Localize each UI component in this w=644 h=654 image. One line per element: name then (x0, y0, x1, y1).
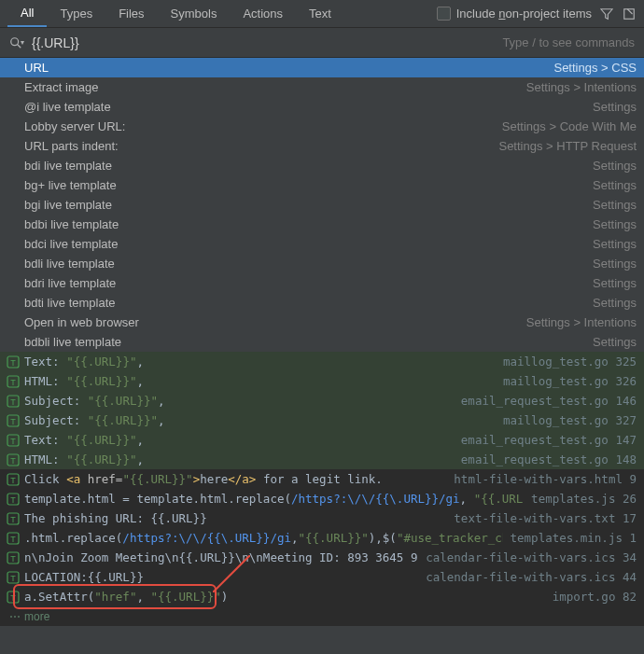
code-snippet: HTML: "{{.URL}}", (24, 374, 496, 388)
filter-icon[interactable] (599, 7, 614, 21)
svg-text:T: T (10, 573, 16, 582)
code-snippet: HTML: "{{.URL}}", (24, 452, 454, 466)
settings-result-row[interactable]: Extract imageSettings > Intentions (0, 77, 644, 97)
include-nonproject-checkbox[interactable]: Include non-project items (437, 7, 592, 21)
search-hint: Type / to see commands (502, 35, 635, 49)
text-file-icon: T (6, 511, 21, 526)
settings-result-row[interactable]: bdbi live templateSettings (0, 215, 644, 234)
result-label: bdi live template (24, 159, 112, 173)
settings-result-row[interactable]: bdri live templateSettings (0, 273, 644, 293)
settings-result-row[interactable]: URLSettings > CSS (0, 58, 644, 77)
code-results-list: TText: "{{.URL}}",maillog_test.go 325THT… (0, 352, 644, 606)
settings-result-row[interactable]: bg+ live templateSettings (0, 175, 644, 195)
code-snippet: Subject: "{{.URL}}", (24, 413, 496, 427)
result-location: Settings (593, 276, 637, 290)
tab-all[interactable]: All (7, 0, 47, 27)
code-location: templates.js 26 (524, 492, 637, 506)
code-location: email_request_test.go 148 (454, 452, 637, 466)
svg-text:T: T (10, 357, 16, 367)
tab-symbols[interactable]: Symbols (158, 1, 231, 26)
search-input[interactable] (32, 35, 495, 50)
text-file-icon: T (6, 550, 21, 565)
svg-text:T: T (10, 534, 16, 543)
code-result-row[interactable]: T n\nJoin Zoom Meeting\n{{.URL}}\n\nMeet… (0, 548, 644, 567)
settings-result-row[interactable]: @i live templateSettings (0, 97, 644, 117)
code-snippet: template.html = template.html.replace(/h… (24, 492, 524, 506)
settings-result-row[interactable]: Open in web browserSettings > Intentions (0, 313, 644, 332)
code-result-row[interactable]: TText: "{{.URL}}",maillog_test.go 325 (0, 352, 644, 371)
settings-result-row[interactable]: URL parts indent:Settings > HTTP Request (0, 136, 644, 156)
result-location: Settings > Intentions (526, 315, 637, 329)
code-location: calendar-file-with-vars.ics 34 (418, 550, 637, 564)
code-location: templates.min.js 1 (503, 531, 637, 545)
svg-text:T: T (10, 553, 16, 563)
result-label: bdci live template (24, 237, 118, 251)
settings-results-list: URLSettings > CSSExtract imageSettings >… (0, 58, 644, 352)
settings-result-row[interactable]: bgi live templateSettings (0, 195, 644, 215)
result-label: URL (24, 61, 49, 75)
code-result-row[interactable]: THTML: "{{.URL}}",maillog_test.go 326 (0, 371, 644, 391)
text-file-icon: T (6, 472, 21, 487)
code-result-row[interactable]: TSubject: "{{.URL}}",email_request_test.… (0, 391, 644, 410)
result-label: Open in web browser (24, 315, 139, 329)
svg-text:T: T (10, 377, 16, 386)
code-result-row[interactable]: TThe phishing URL: {{.URL}}text-file-wit… (0, 508, 644, 528)
checkbox-icon (437, 7, 451, 21)
tab-types[interactable]: Types (47, 1, 105, 26)
result-location: Settings (593, 237, 637, 251)
code-snippet: Subject: "{{.URL}}", (24, 394, 454, 408)
more-icon: ⋯ (9, 610, 21, 623)
result-location: Settings > Intentions (526, 80, 637, 94)
settings-result-row[interactable]: bdi live templateSettings (0, 156, 644, 175)
code-result-row[interactable]: T.html.replace(/https?:\/\/{{\.URL}}/gi,… (0, 528, 644, 548)
code-location: import.go 82 (545, 590, 637, 604)
result-location: Settings (593, 257, 637, 271)
search-tabs: All Types Files Symbols Actions Text Inc… (0, 0, 644, 28)
code-snippet: Text: "{{.URL}}", (24, 355, 496, 369)
text-file-icon: T (6, 355, 21, 369)
result-location: Settings (593, 159, 637, 173)
code-location: email_request_test.go 146 (454, 394, 637, 408)
code-snippet: n\nJoin Zoom Meeting\n{{.URL}}\n\nMeetin… (24, 550, 418, 564)
text-file-icon: T (6, 452, 21, 467)
svg-point-1 (11, 37, 19, 45)
tab-files[interactable]: Files (105, 1, 157, 26)
result-label: bdbi live template (24, 217, 119, 231)
result-label: URL parts indent: (24, 139, 119, 153)
result-label: bdli live template (24, 257, 115, 271)
settings-result-row[interactable]: bdti live templateSettings (0, 293, 644, 313)
result-location: Settings (593, 296, 637, 310)
result-location: Settings > HTTP Request (498, 139, 637, 153)
svg-text:T: T (10, 397, 16, 406)
code-result-row[interactable]: TSubject: "{{.URL}}",maillog_test.go 327 (0, 410, 644, 430)
result-location: Settings (593, 100, 637, 114)
settings-result-row[interactable]: bdci live templateSettings (0, 234, 644, 254)
svg-text:T: T (10, 494, 16, 504)
text-file-icon: T (6, 413, 21, 428)
tab-text[interactable]: Text (296, 1, 344, 26)
code-location: maillog_test.go 326 (496, 374, 637, 388)
text-file-icon: T (6, 492, 21, 507)
code-snippet: Text: "{{.URL}}", (24, 433, 454, 447)
code-result-row[interactable]: THTML: "{{.URL}}",email_request_test.go … (0, 450, 644, 469)
result-location: Settings (593, 335, 637, 349)
svg-text:T: T (10, 416, 16, 425)
settings-result-row[interactable]: Lobby server URL:Settings > Code With Me (0, 117, 644, 136)
result-label: bdti live template (24, 296, 116, 310)
code-result-row[interactable]: Ttemplate.html = template.html.replace(/… (0, 489, 644, 508)
code-result-row[interactable]: TClick <a href="{{.URL}}">here</a> for a… (0, 469, 644, 489)
result-label: bgi live template (24, 198, 112, 212)
settings-result-row[interactable]: bdbli live templateSettings (0, 332, 644, 352)
code-snippet: LOCATION:{{.URL}} (24, 570, 418, 584)
more-results[interactable]: ⋯ more (0, 606, 644, 626)
text-file-icon: T (6, 570, 21, 585)
result-label: Lobby server URL: (24, 119, 125, 133)
pin-icon[interactable] (622, 7, 637, 21)
tab-actions[interactable]: Actions (230, 1, 296, 26)
code-location: text-file-with-vars.txt 17 (446, 511, 637, 525)
code-location: maillog_test.go 327 (496, 413, 637, 427)
svg-text:T: T (10, 436, 16, 445)
settings-result-row[interactable]: bdli live templateSettings (0, 254, 644, 273)
more-label: more (24, 610, 49, 623)
code-result-row[interactable]: TText: "{{.URL}}",email_request_test.go … (0, 430, 644, 450)
